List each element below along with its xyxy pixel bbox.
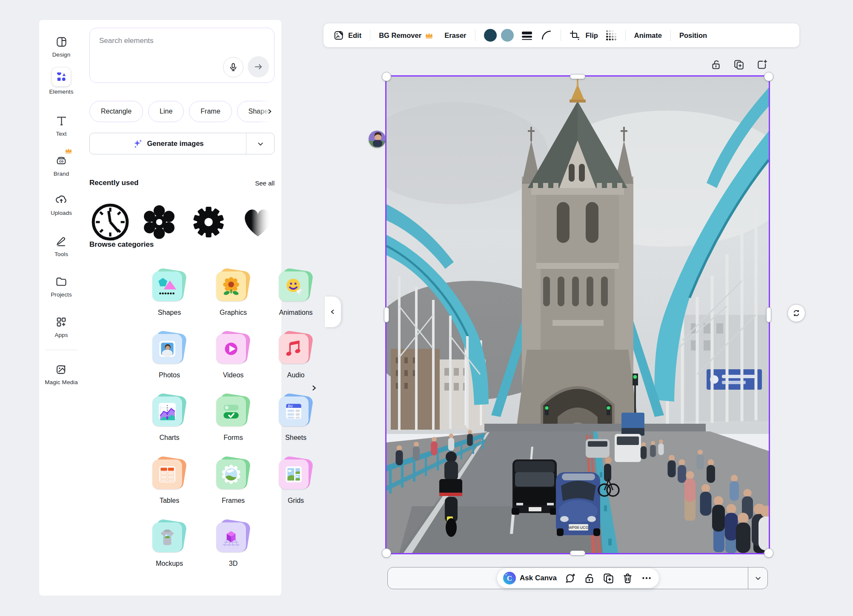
line-weight-button[interactable] <box>521 30 532 41</box>
uploads-icon <box>55 194 68 206</box>
unlock-icon[interactable] <box>584 573 595 584</box>
color-swatch-2[interactable] <box>501 29 514 42</box>
category-tile-forms[interactable] <box>216 396 246 426</box>
category-tile-charts[interactable] <box>152 396 182 426</box>
resize-handle-bottom[interactable] <box>570 550 585 556</box>
page-bar-expand-button[interactable] <box>748 568 767 589</box>
generate-images-label: Generate images <box>147 140 204 148</box>
trash-icon[interactable] <box>622 573 633 584</box>
category-tile-frames[interactable] <box>216 459 246 489</box>
line-weight-icon <box>521 30 532 41</box>
category-tile-tables[interactable] <box>152 459 182 489</box>
category-label[interactable]: Frames <box>201 497 265 505</box>
arc-button[interactable] <box>541 30 552 41</box>
lock-button[interactable] <box>710 59 722 71</box>
filter-chip-frame[interactable]: Frame <box>189 101 232 122</box>
category-tile-grids[interactable] <box>279 459 309 489</box>
category-label[interactable]: Tables <box>137 497 201 505</box>
gradient-heart-shape[interactable] <box>237 200 279 244</box>
category-tile-mockups[interactable] <box>152 522 182 552</box>
more-dots-icon[interactable] <box>641 573 653 584</box>
category-tile-videos[interactable] <box>216 334 246 364</box>
apps-icon <box>55 316 68 328</box>
sidebar-item-brand[interactable]: co Brand <box>39 154 83 177</box>
gear-shape[interactable] <box>188 200 229 244</box>
category-label[interactable]: Forms <box>201 434 265 442</box>
search-box[interactable] <box>89 28 275 83</box>
bg-remover-button[interactable]: BG Remover <box>379 31 433 40</box>
category-label[interactable]: Photos <box>137 371 201 379</box>
resize-handle-bottom-left[interactable] <box>382 548 391 558</box>
category-tile-audio[interactable] <box>279 334 309 364</box>
edit-button[interactable]: Edit <box>334 30 361 41</box>
toolbar-divider <box>561 30 561 41</box>
ask-canva-button[interactable]: C Ask Canva <box>503 572 557 585</box>
category-tile-animations[interactable] <box>279 271 309 301</box>
category-label[interactable]: Videos <box>201 371 265 379</box>
sidebar-item-apps[interactable]: Apps <box>39 316 83 338</box>
chips-scroll-right-icon[interactable] <box>264 106 275 117</box>
rotate-handle[interactable] <box>787 304 805 322</box>
category-label[interactable]: Shapes <box>137 309 201 317</box>
generate-images-button[interactable]: Generate images <box>89 133 275 154</box>
resize-handle-bottom-right[interactable] <box>764 548 773 558</box>
browse-categories-header: Browse categories <box>89 240 275 249</box>
panel-collapse-button[interactable] <box>325 297 341 327</box>
canvas-image-tower-bridge[interactable]: WP08 UCG <box>386 77 769 553</box>
category-label[interactable]: Sheets <box>264 434 328 442</box>
transparency-button[interactable] <box>606 30 617 41</box>
category-label[interactable]: Animations <box>264 309 328 317</box>
threed-art <box>220 527 242 548</box>
sidebar-item-uploads[interactable]: Uploads <box>39 194 83 216</box>
sidebar-item-design[interactable]: Design <box>39 35 83 58</box>
toolbar-divider <box>475 30 475 41</box>
position-button[interactable]: Position <box>679 31 707 40</box>
search-input[interactable] <box>99 37 227 45</box>
sidebar-item-label: Design <box>39 51 83 58</box>
see-all-link[interactable]: See all <box>255 180 275 187</box>
crop-button[interactable] <box>570 30 580 40</box>
flower-shape[interactable] <box>138 200 180 244</box>
resize-handle-left[interactable] <box>384 307 389 322</box>
animate-button[interactable]: Animate <box>634 31 662 40</box>
flip-button[interactable]: Flip <box>586 31 598 40</box>
recent-scroll-right-icon[interactable] <box>307 381 320 395</box>
category-tile-graphics[interactable] <box>216 271 246 301</box>
clock-shape[interactable] <box>89 200 131 244</box>
resize-handle-top-left[interactable] <box>382 72 391 81</box>
quick-actions-pill: C Ask Canva <box>497 568 659 588</box>
category-label[interactable]: Mockups <box>137 560 201 568</box>
duplicate-plus-icon[interactable] <box>603 573 614 584</box>
resize-handle-right[interactable] <box>766 307 771 322</box>
sidebar-item-text[interactable]: Text <box>39 114 83 137</box>
forms-art <box>220 401 242 422</box>
category-label[interactable]: Audio <box>264 371 328 379</box>
category-tile-3d[interactable] <box>216 522 246 552</box>
category-label[interactable]: 3D <box>201 560 265 568</box>
category-label[interactable]: Charts <box>137 434 201 442</box>
grids-art <box>283 464 304 485</box>
filter-chip-rectangle[interactable]: Rectangle <box>89 101 143 122</box>
sidebar-item-elements[interactable]: Elements <box>39 68 83 95</box>
resize-handle-top[interactable] <box>570 74 585 79</box>
add-page-icon[interactable] <box>756 59 768 71</box>
category-label[interactable]: Grids <box>264 497 328 505</box>
collaborator-avatar[interactable] <box>369 131 386 148</box>
color-swatch-1[interactable] <box>484 29 497 42</box>
comment-plus-icon[interactable] <box>564 573 576 584</box>
generate-dropdown-button[interactable] <box>246 133 274 154</box>
canva-logo: C <box>503 572 516 585</box>
sidebar-item-tools[interactable]: Tools <box>39 235 83 257</box>
sidebar-item-magic-media[interactable]: Magic Media <box>39 363 83 385</box>
category-tile-sheets[interactable]: f(x) <box>279 396 309 426</box>
eraser-button[interactable]: Eraser <box>444 31 466 40</box>
search-submit-button[interactable] <box>248 56 269 77</box>
duplicate-button[interactable] <box>733 59 745 71</box>
mic-button[interactable] <box>223 57 243 77</box>
resize-handle-top-right[interactable] <box>764 72 773 81</box>
category-tile-photos[interactable] <box>152 334 182 364</box>
sidebar-item-projects[interactable]: Projects <box>39 275 83 298</box>
filter-chip-line[interactable]: Line <box>148 101 184 122</box>
category-label[interactable]: Graphics <box>201 309 265 317</box>
category-tile-shapes[interactable] <box>152 271 182 301</box>
